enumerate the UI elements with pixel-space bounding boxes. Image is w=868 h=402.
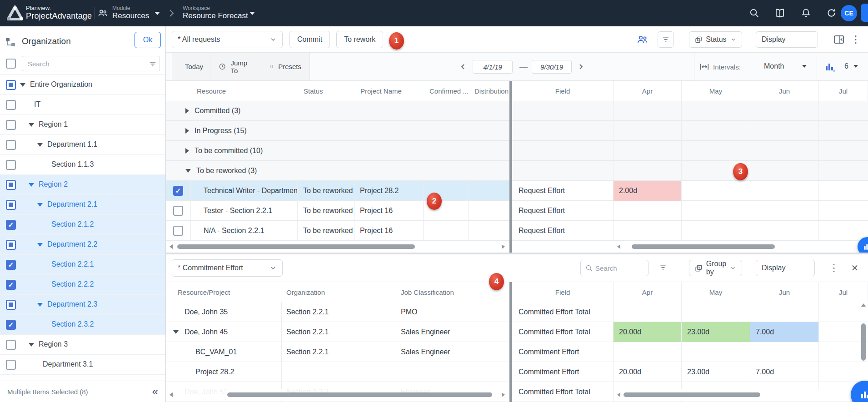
cell-month-apr[interactable] xyxy=(614,201,682,221)
today-button[interactable]: Today xyxy=(172,53,210,80)
vertical-scrollbar[interactable] xyxy=(860,302,867,390)
tree-item-department-1-1[interactable]: Department 1.1 xyxy=(0,135,165,155)
filter-icon[interactable] xyxy=(148,60,157,70)
cell-resource-project[interactable]: Project 28.2 xyxy=(166,362,282,382)
filter-icon-button[interactable] xyxy=(658,31,674,48)
caret-down-icon[interactable] xyxy=(20,83,25,87)
tree-checkbox[interactable] xyxy=(6,80,16,90)
cell-month-jun[interactable]: 7.00d xyxy=(750,322,819,342)
filter-icon[interactable] xyxy=(658,262,668,273)
tree-item-region-2[interactable]: Region 2 xyxy=(0,175,165,195)
tree-item-entire-organization[interactable]: Entire Organization xyxy=(0,75,165,95)
tree-item-department-2-2[interactable]: Department 2.2 xyxy=(0,235,165,255)
cell-project-name[interactable]: Project 16 xyxy=(354,201,424,221)
cell-distribution[interactable] xyxy=(469,201,509,221)
period-row-commitment-effort[interactable]: Commitment Effort20.00d23.00d7.00d xyxy=(512,362,868,382)
cell-job-classification[interactable]: PMO xyxy=(396,302,509,322)
caret-down-icon[interactable] xyxy=(29,123,34,127)
period-row-request-effort[interactable]: Request Effort xyxy=(512,201,868,221)
ok-button[interactable]: Ok xyxy=(135,32,161,48)
caret-right-icon[interactable] xyxy=(185,108,189,114)
caret-right-icon[interactable] xyxy=(185,148,189,154)
cell-month-may[interactable] xyxy=(682,181,750,201)
caret-down-icon[interactable] xyxy=(185,169,191,173)
cell-status[interactable]: To be reworked xyxy=(298,201,354,221)
tree-item-department-2-1[interactable]: Department 2.1 xyxy=(0,195,165,215)
horizontal-scrollbar[interactable] xyxy=(615,241,866,253)
tree-item-section-2-2-2[interactable]: ✓Section 2.2.2 xyxy=(0,275,165,295)
cell-month-apr[interactable] xyxy=(614,342,682,362)
cell-organization[interactable] xyxy=(282,362,396,382)
more-options-kebab-icon[interactable]: ⋮ xyxy=(830,262,838,274)
bottom-search-box[interactable] xyxy=(580,260,649,276)
refresh-icon[interactable] xyxy=(826,8,837,19)
group-period-row[interactable] xyxy=(512,141,868,161)
period-row-commitment-effort[interactable]: Commitment Effort xyxy=(512,342,868,362)
panel-toggle-icon[interactable] xyxy=(833,34,845,45)
tree-checkbox[interactable]: ✓ xyxy=(6,280,16,290)
resource-row-project-28-2[interactable]: Project 28.2 xyxy=(166,362,509,382)
resource-row-bc-vam-01[interactable]: BC_VAM_01Section 2.2.1Sales Engineer xyxy=(166,342,509,362)
tree-item-department-3-1[interactable]: Department 3.1 xyxy=(0,355,165,375)
collapse-sidebar-icon[interactable]: « xyxy=(152,387,158,396)
cell-resource[interactable]: N/A - Section 2.2.1 xyxy=(191,221,298,241)
cell-confirmed[interactable] xyxy=(424,221,469,241)
caret-down-icon[interactable] xyxy=(173,330,179,334)
cell-month-apr[interactable]: 20.00d xyxy=(614,322,682,342)
cell-job-classification[interactable] xyxy=(396,362,509,382)
cell-month-may[interactable] xyxy=(682,221,750,241)
tree-item-section-2-2-1[interactable]: ✓Section 2.2.1 xyxy=(0,255,165,275)
tree-item-it[interactable]: IT xyxy=(0,95,165,115)
tree-checkbox[interactable] xyxy=(6,100,16,110)
cell-status[interactable]: To be reworked xyxy=(298,221,354,241)
group-row-to-be-reworked-3[interactable]: To be reworked (3) xyxy=(166,161,509,181)
cell-month-jun[interactable] xyxy=(750,342,819,362)
cell-project-name[interactable]: Project 28.2 xyxy=(354,181,424,201)
cell-resource[interactable]: Tester - Section 2.2.1 xyxy=(191,201,298,221)
notifications-bell-icon[interactable] xyxy=(801,8,812,19)
previous-period-icon[interactable] xyxy=(459,61,468,72)
cell-organization[interactable]: Section 2.2.1 xyxy=(282,342,396,362)
library-book-icon[interactable] xyxy=(774,8,785,19)
user-avatar[interactable]: CE xyxy=(841,5,857,21)
tree-checkbox[interactable]: ✓ xyxy=(6,320,16,330)
cell-month-jul[interactable] xyxy=(819,201,868,221)
group-row-to-be-committed-10[interactable]: To be committed (10) xyxy=(166,141,509,161)
cell-month-apr[interactable] xyxy=(614,302,682,322)
horizontal-scrollbar[interactable] xyxy=(615,389,866,401)
cell-month-may[interactable] xyxy=(682,342,750,362)
end-date-input[interactable] xyxy=(532,60,572,74)
cell-month-may[interactable]: 23.00d xyxy=(682,322,750,342)
cell-month-apr[interactable]: 2.00d xyxy=(614,181,682,201)
tree-item-region-1[interactable]: Region 1 xyxy=(0,115,165,135)
tree-checkbox[interactable]: ✓ xyxy=(6,220,16,230)
cell-month-jun[interactable] xyxy=(750,181,819,201)
cell-month-apr[interactable] xyxy=(614,221,682,241)
cell-project-name[interactable]: Project 16 xyxy=(354,221,424,241)
request-row-technical-writer-department[interactable]: ✓Technical Writer - DepartmentTo be rewo… xyxy=(166,181,509,201)
caret-down-icon[interactable] xyxy=(29,183,34,187)
cell-month-jul[interactable] xyxy=(819,181,868,201)
cell-month-jun[interactable] xyxy=(750,302,819,322)
presets-button[interactable]: Presets xyxy=(261,53,310,80)
start-date-input[interactable] xyxy=(473,60,513,74)
jump-to-button[interactable]: Jump To xyxy=(210,53,261,80)
tree-checkbox[interactable] xyxy=(6,360,16,370)
group-row-in-progress-15[interactable]: In Progress (15) xyxy=(166,121,509,141)
tree-checkbox[interactable]: ✓ xyxy=(6,260,16,270)
search-icon[interactable] xyxy=(749,8,760,19)
tree-item-region-3[interactable]: Region 3 xyxy=(0,335,165,355)
cell-month-jun[interactable] xyxy=(750,201,819,221)
resource-row-doe-john-35[interactable]: Doe, John 35Section 2.2.1PMO xyxy=(166,302,509,322)
tree-item-section-2-3-2[interactable]: ✓Section 2.3.2 xyxy=(0,315,165,335)
group-period-row[interactable] xyxy=(512,161,868,181)
tree-item-section-1-1-3[interactable]: Section 1.1.3 xyxy=(0,155,165,175)
bottom-display-button[interactable]: Display xyxy=(756,260,815,276)
row-checkbox[interactable] xyxy=(173,206,183,216)
cell-month-jun[interactable]: 7.00d xyxy=(750,362,819,382)
view-selector-dropdown[interactable]: * All requests xyxy=(172,31,283,48)
interval-count-caret-icon[interactable] xyxy=(853,65,858,68)
cell-resource-project[interactable]: Doe, John 45 xyxy=(166,322,282,342)
tree-item-department-2-3[interactable]: Department 2.3 xyxy=(0,295,165,315)
period-row-committed-effort-total[interactable]: Committed Effort Total xyxy=(512,302,868,322)
